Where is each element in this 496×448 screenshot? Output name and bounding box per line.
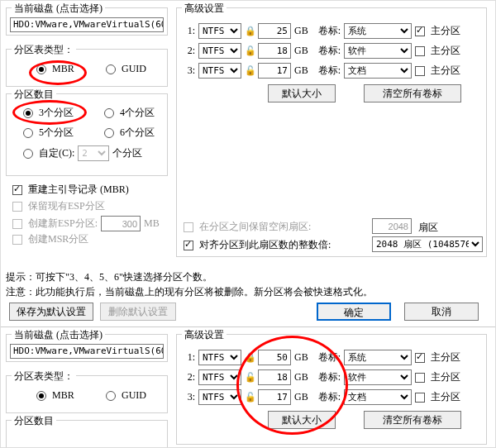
lock-open-icon[interactable]: 🔓: [245, 65, 255, 76]
partition-table-type-title: 分区表类型：: [12, 43, 76, 57]
rebuild-mbr-label: 重建主引导记录 (MBR): [28, 183, 129, 197]
align-select[interactable]: 2048 扇区 (1048576 字节): [372, 236, 483, 252]
mbr-label-b: MBR: [52, 389, 74, 402]
esp-unit-label: MB: [144, 217, 160, 230]
delete-default-button: 删除默认设置: [100, 303, 176, 321]
guid-radio-b[interactable]: [106, 391, 116, 401]
mbr-label: MBR: [52, 63, 74, 75]
row2-size-input[interactable]: [258, 43, 291, 59]
clear-labels-button-b[interactable]: 清空所有卷标: [364, 411, 461, 429]
lock-closed-icon[interactable]: 🔒: [245, 352, 255, 363]
disk-select-input[interactable]: HDO:VMware,VMwareVirtualS(60: [10, 17, 164, 32]
cancel-button[interactable]: 取消: [404, 303, 479, 321]
gap-check: [184, 222, 193, 232]
row3-size-input[interactable]: [258, 63, 291, 79]
partition-count-group: 分区数目 3个分区 4个分区 5个分区 6个分区 自定(C): 2 个分: [6, 93, 168, 176]
lock-open-icon[interactable]: 🔓: [245, 45, 255, 56]
row2-fs-select[interactable]: NTFS: [198, 43, 241, 59]
row2-primary-label: 主分区: [431, 44, 460, 58]
row3-vollbl: 卷标:: [318, 64, 341, 78]
row2b-fs-select[interactable]: NTFS: [198, 369, 241, 385]
create-msr-check: [12, 235, 22, 245]
row2b-size-input[interactable]: [258, 369, 291, 385]
row3b-vollbl: 卷标:: [318, 390, 341, 404]
row1-size-input[interactable]: [258, 23, 291, 39]
row2b-vollbl: 卷标:: [318, 370, 341, 384]
mbr-radio-b[interactable]: [36, 391, 46, 401]
rebuild-mbr-check[interactable]: [12, 185, 22, 195]
row2-primary-check[interactable]: [415, 46, 425, 56]
partition-table-type-title-b: 分区表类型：: [12, 369, 76, 384]
lock-open-icon[interactable]: 🔓: [245, 392, 255, 403]
gap-unit-label: 扇区: [418, 221, 438, 235]
count-custom-radio[interactable]: [23, 149, 33, 159]
row1b-vollbl: 卷标:: [318, 350, 341, 365]
current-disk-group-b: 当前磁盘 (点击选择) HDO:VMware,VMwareVirtualS(60: [6, 334, 168, 362]
create-msr-label: 创建MSR分区: [28, 232, 88, 246]
gap-label: 在分区之间保留空闲扇区:: [199, 220, 311, 234]
row1-primary-check[interactable]: [415, 26, 425, 36]
row1-primary-label: 主分区: [431, 24, 460, 38]
count-4-radio[interactable]: [104, 108, 114, 118]
row3b-vol-select[interactable]: 文档: [344, 389, 412, 405]
count-3-radio[interactable]: [23, 108, 33, 118]
row2b-primary-check[interactable]: [415, 373, 425, 383]
lock-open-icon[interactable]: 🔓: [245, 372, 255, 383]
row1b-primary-check[interactable]: [415, 353, 425, 363]
row2b-vol-select[interactable]: 软件: [344, 369, 412, 385]
row3b-primary-check[interactable]: [415, 393, 425, 403]
ok-button[interactable]: 确定: [317, 303, 391, 321]
row1-index: 1:: [184, 25, 195, 37]
disk-select-input-b[interactable]: HDO:VMware,VMwareVirtualS(60: [10, 344, 164, 359]
count-custom-suffix: 个分区: [112, 146, 142, 160]
row1b-size-input[interactable]: [258, 350, 291, 365]
create-esp-check: [12, 219, 22, 229]
guid-label-b: GUID: [122, 389, 146, 402]
row3b-size-input[interactable]: [258, 389, 291, 405]
row3-unit: GB: [294, 64, 308, 77]
mbr-radio[interactable]: [36, 64, 46, 74]
default-size-button[interactable]: 默认大小: [268, 84, 336, 102]
current-disk-title: 当前磁盘 (点击选择): [12, 2, 105, 16]
row1-fs-select[interactable]: NTFS: [198, 23, 241, 39]
count-custom-prefix: 自定(C):: [39, 146, 74, 160]
advanced-settings-title: 高级设置: [182, 2, 227, 16]
row2-vol-select[interactable]: 软件: [344, 43, 412, 59]
current-disk-title-b: 当前磁盘 (点击选择): [12, 328, 105, 342]
advanced-settings-title-b: 高级设置: [182, 328, 227, 342]
row3-fs-select[interactable]: NTFS: [198, 63, 241, 79]
row3-primary-check[interactable]: [415, 66, 425, 76]
tip-line-1: 提示：可按下"3、4、5、6"快速选择分区个数。: [6, 269, 373, 284]
lock-closed-icon[interactable]: 🔒: [245, 26, 255, 36]
guid-label: GUID: [122, 63, 146, 75]
advanced-settings-group-b: 高级设置 1: NTFS 🔒 GB 卷标: 系统 主分区 2: NTFS 🔓 G…: [176, 334, 487, 445]
keep-esp-label: 保留现有ESP分区: [28, 199, 105, 213]
row1-vol-select[interactable]: 系统: [344, 23, 412, 39]
save-default-button[interactable]: 保存为默认设置: [9, 303, 93, 321]
row3b-fs-select[interactable]: NTFS: [198, 389, 241, 405]
row3-index: 3:: [184, 64, 195, 77]
default-size-button-b[interactable]: 默认大小: [268, 411, 336, 429]
row3b-unit: GB: [294, 391, 308, 403]
guid-radio[interactable]: [106, 64, 116, 74]
row3b-index: 3:: [184, 391, 195, 403]
row1-unit: GB: [294, 25, 308, 37]
row1b-primary-label: 主分区: [431, 350, 460, 365]
current-disk-group: 当前磁盘 (点击选择) HDO:VMware,VMwareVirtualS(60: [6, 7, 168, 36]
clear-labels-button[interactable]: 清空所有卷标: [364, 84, 461, 102]
gap-value-input: [372, 218, 412, 234]
row1b-fs-select[interactable]: NTFS: [198, 350, 241, 365]
row3-vol-select[interactable]: 文档: [344, 63, 412, 79]
row3-primary-label: 主分区: [431, 64, 460, 78]
row1b-vol-select[interactable]: 系统: [344, 350, 412, 365]
advanced-settings-group: 高级设置 1: NTFS 🔒 GB 卷标: 系统 主分区 2: NTFS 🔓 G…: [176, 7, 487, 257]
row2-vollbl: 卷标:: [318, 44, 341, 58]
tip-line-2: 注意：此功能执行后，当前磁盘上的现有分区将被删除。新分区将会被快速格式化。: [6, 284, 373, 299]
row2b-index: 2:: [184, 371, 195, 384]
align-check[interactable]: [184, 241, 193, 250]
row2b-unit: GB: [294, 371, 308, 384]
partition-count-title-b: 分区数目: [12, 414, 56, 428]
count-5-radio[interactable]: [23, 128, 33, 138]
count-6-radio[interactable]: [104, 128, 114, 138]
partition-table-type-group-b: 分区表类型： MBR GUID: [6, 375, 168, 413]
